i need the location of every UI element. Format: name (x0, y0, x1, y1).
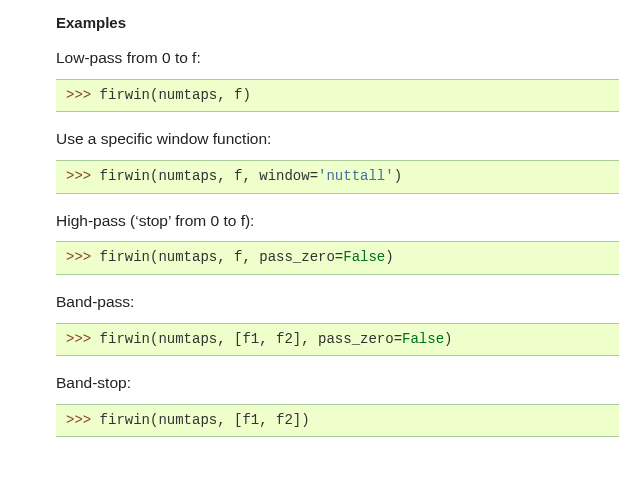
code-text: firwin(numtaps, f, window= (100, 168, 318, 184)
code-prompt: >>> (66, 87, 100, 103)
code-prompt: >>> (66, 168, 100, 184)
code-block: >>> firwin(numtaps, f, window='nuttall') (56, 160, 619, 194)
code-text: ) (394, 168, 402, 184)
code-keyword: False (343, 249, 385, 265)
doc-page: Examples Low-pass from 0 to f: >>> firwi… (0, 0, 619, 503)
code-text: ) (444, 331, 452, 347)
code-text: firwin(numtaps, f, pass_zero= (100, 249, 344, 265)
code-text: firwin(numtaps, [f1, f2]) (100, 412, 310, 428)
code-text: ) (385, 249, 393, 265)
code-string: 'nuttall' (318, 168, 394, 184)
example-desc: Low-pass from 0 to f: (56, 47, 619, 69)
code-keyword: False (402, 331, 444, 347)
example-desc: Band-pass: (56, 291, 619, 313)
code-block: >>> firwin(numtaps, [f1, f2]) (56, 404, 619, 438)
code-prompt: >>> (66, 249, 100, 265)
example-desc: Band-stop: (56, 372, 619, 394)
code-text: firwin(numtaps, f) (100, 87, 251, 103)
code-block: >>> firwin(numtaps, f, pass_zero=False) (56, 241, 619, 275)
code-prompt: >>> (66, 331, 100, 347)
code-block: >>> firwin(numtaps, f) (56, 79, 619, 113)
code-prompt: >>> (66, 412, 100, 428)
example-desc: Use a specific window function: (56, 128, 619, 150)
code-block: >>> firwin(numtaps, [f1, f2], pass_zero=… (56, 323, 619, 357)
section-title: Examples (56, 14, 619, 31)
code-text: firwin(numtaps, [f1, f2], pass_zero= (100, 331, 402, 347)
example-desc: High-pass (‘stop’ from 0 to f): (56, 210, 619, 232)
